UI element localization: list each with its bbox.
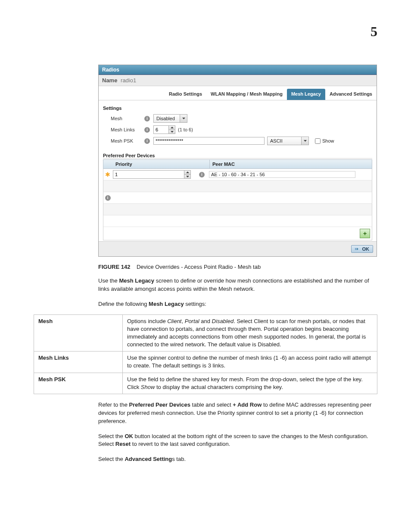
- table-row: Mesh Links Use the spinner control to de…: [34, 352, 377, 373]
- col-priority: Priority: [103, 160, 210, 168]
- label-mesh: Mesh: [111, 116, 144, 121]
- ok-label: OK: [362, 246, 370, 252]
- preferred-peer-header: Preferred Peer Devices: [103, 149, 372, 159]
- definitions-table: Mesh Options include Client, Portal and …: [34, 314, 377, 395]
- plus-icon: +: [363, 230, 367, 237]
- def-desc: Use the spinner control to define the nu…: [123, 352, 377, 373]
- tab-mesh-legacy[interactable]: Mesh Legacy: [287, 89, 325, 100]
- tab-advanced-settings[interactable]: Advanced Settings: [325, 89, 377, 100]
- peer-mac-value[interactable]: AE - 10 - 60 - 34 - 21 - 56: [209, 171, 355, 178]
- col-peer-mac: Peer MAC: [210, 160, 372, 168]
- info-icon[interactable]: i: [144, 116, 150, 121]
- name-row: Name radio1: [99, 75, 377, 86]
- info-icon[interactable]: i: [199, 172, 205, 177]
- show-checkbox-wrap: Show: [313, 137, 334, 145]
- def-desc: Options include Client, Portal and Disab…: [123, 314, 377, 352]
- svg-marker-3: [304, 140, 307, 142]
- psk-encoding-select[interactable]: ASCII: [267, 137, 309, 145]
- svg-marker-2: [171, 131, 174, 133]
- info-icon[interactable]: i: [144, 138, 150, 144]
- mesh-links-spinner[interactable]: [153, 125, 175, 134]
- add-row-button[interactable]: +: [360, 229, 370, 238]
- figure-caption: FIGURE 142 Device Overrides - Access Poi…: [98, 264, 377, 270]
- def-desc: Use the field to define the shared key f…: [123, 373, 377, 394]
- paragraph: Use the Mesh Legacy screen to define or …: [98, 277, 376, 293]
- row-mesh-links: Mesh Links i (1 to 6): [103, 124, 372, 136]
- label-mesh-psk: Mesh PSK: [111, 138, 144, 143]
- ok-button[interactable]: OK: [351, 245, 374, 253]
- dropdown-icon[interactable]: [180, 115, 187, 122]
- def-term: Mesh PSK: [34, 373, 123, 394]
- tab-wlan-mapping[interactable]: WLAN Mapping / Mesh Mapping: [206, 89, 287, 100]
- name-value: radio1: [121, 77, 136, 84]
- paragraph: Refer to the Preferred Peer Devices tabl…: [98, 401, 376, 426]
- tab-strip: Radio Settings WLAN Mapping / Mesh Mappi…: [99, 86, 377, 100]
- table-row: [103, 180, 372, 192]
- svg-marker-4: [186, 171, 189, 173]
- table-row: Mesh PSK Use the field to define the sha…: [34, 373, 377, 394]
- def-term: Mesh: [34, 314, 123, 352]
- mesh-select[interactable]: Disabled: [153, 114, 187, 123]
- forward-icon: [355, 247, 360, 251]
- paragraph: Select the Advanced Settings tab.: [98, 455, 376, 464]
- row-mesh-psk: Mesh PSK i ASCII Show: [103, 136, 372, 147]
- spinner-up-icon[interactable]: [184, 171, 190, 175]
- figure-title: Device Overrides - Access Point Radio - …: [137, 264, 261, 270]
- panel-footer: OK: [99, 241, 377, 256]
- psk-encoding-value: ASCII: [268, 138, 301, 143]
- svg-marker-6: [355, 248, 357, 250]
- def-term: Mesh Links: [34, 352, 123, 373]
- priority-spinner[interactable]: [113, 170, 191, 179]
- row-mesh: Mesh i Disabled: [103, 113, 372, 124]
- star-icon: ✱: [105, 171, 110, 178]
- page-number: 5: [371, 24, 377, 40]
- mesh-links-input[interactable]: [154, 126, 168, 134]
- section-settings-header: Settings: [103, 104, 372, 113]
- name-label: Name: [102, 77, 117, 84]
- svg-marker-1: [171, 127, 174, 128]
- table-row: [103, 204, 372, 215]
- panel-titlebar: Radios: [99, 65, 377, 75]
- spinner-down-icon[interactable]: [184, 175, 190, 179]
- show-checkbox[interactable]: [315, 138, 321, 144]
- paragraph: Select the OK button located at the bott…: [98, 432, 376, 449]
- info-icon[interactable]: i: [105, 195, 111, 201]
- table-row: Mesh Options include Client, Portal and …: [34, 314, 377, 352]
- figure-number: FIGURE 142: [98, 264, 130, 270]
- mesh-links-hint: (1 to 6): [178, 127, 193, 132]
- spinner-down-icon[interactable]: [169, 130, 175, 134]
- paragraph: Define the following Mesh Legacy setting…: [98, 300, 376, 308]
- peer-table-header: Priority Peer MAC: [103, 159, 372, 169]
- info-icon[interactable]: i: [144, 127, 150, 133]
- mesh-psk-input[interactable]: [153, 137, 265, 145]
- dropdown-icon[interactable]: [301, 137, 308, 145]
- table-row: i: [103, 192, 372, 204]
- peer-table: Priority Peer MAC ✱: [103, 159, 372, 240]
- svg-marker-0: [182, 118, 185, 119]
- mesh-select-value: Disabled: [154, 116, 180, 121]
- svg-marker-5: [186, 176, 189, 177]
- table-row: [103, 215, 372, 227]
- svg-marker-7: [357, 248, 358, 250]
- table-row: ✱ i AE - 10 - 60 - 34 - 21 - 56: [103, 169, 372, 180]
- show-label: Show: [322, 138, 334, 143]
- priority-input[interactable]: [113, 171, 184, 178]
- spinner-up-icon[interactable]: [169, 126, 175, 130]
- add-row-bar: +: [103, 227, 372, 240]
- screenshot-panel: Radios Name radio1 Radio Settings WLAN M…: [98, 65, 377, 257]
- tab-radio-settings[interactable]: Radio Settings: [165, 89, 206, 100]
- label-mesh-links: Mesh Links: [111, 127, 144, 132]
